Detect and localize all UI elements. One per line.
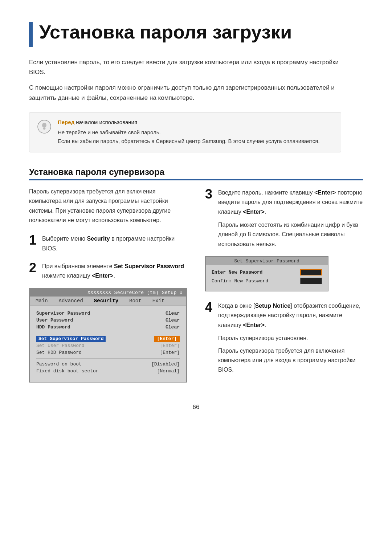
step-2-text: При выбранном элементе Set Supervisor Pa… xyxy=(42,261,187,281)
page-title: Установка пароля загрузки xyxy=(39,22,292,42)
left-column: Пароль супервизора требуется для включен… xyxy=(29,187,187,386)
bios-row-fixed-disk: Fixed disk boot sector[Normal] xyxy=(36,368,180,374)
title-accent-bar xyxy=(29,22,33,47)
bios-title-bar: XXXXXXXX SecureCore (tm) Setup U xyxy=(30,289,186,297)
step-2: 2 При выбранном элементе Set Supervisor … xyxy=(29,261,187,281)
bios-row-supervisor-pw: Supervisor PasswordClear xyxy=(36,311,180,316)
step-1-text: Выберите меню Security в программе настр… xyxy=(42,233,187,253)
svp-dialog-body: Enter New Password Confirm New Password xyxy=(206,265,328,291)
bios-menu-main: Main xyxy=(36,298,48,304)
step-2-number: 2 xyxy=(29,261,42,275)
two-col-layout: Пароль супервизора требуется для включен… xyxy=(29,187,363,386)
bios-menu-boot: Boot xyxy=(129,298,142,304)
lightbulb-icon xyxy=(37,120,51,134)
svg-point-1 xyxy=(42,123,46,128)
svp-confirm-new-field xyxy=(300,278,322,284)
step-4-text: Когда в окне [Setup Notice] отобразится … xyxy=(218,300,363,375)
bios-row-user-pw: User PasswordClear xyxy=(36,318,180,323)
bios-row-set-supervisor: Set Supervisor Password[Enter] xyxy=(36,336,180,342)
bios-menu-security: Security xyxy=(94,298,118,304)
bios-row-hdd-pw: HDD PasswordClear xyxy=(36,324,180,330)
step-4: 4 Когда в окне [Setup Notice] отобразитс… xyxy=(205,300,363,375)
step-4-number: 4 xyxy=(205,300,218,315)
svg-rect-2 xyxy=(43,128,46,129)
bios-row-set-user: Set User Password[Enter] xyxy=(36,343,180,348)
notice-box: Перед началом использования Не теряйте и… xyxy=(29,112,341,152)
svp-dialog: Set Supervisor Password Enter New Passwo… xyxy=(205,256,328,291)
bios-menu-exit: Exit xyxy=(152,298,165,304)
bios-body: Supervisor PasswordClear User PasswordCl… xyxy=(30,306,186,382)
page-number: 66 xyxy=(29,404,363,411)
bios-menu-advanced: Advanced xyxy=(59,298,83,304)
bios-row-set-hdd: Set HDD Password[Enter] xyxy=(36,350,180,355)
right-column: 3 Введите пароль, нажмите клавишу <Enter… xyxy=(205,187,363,386)
bios-row-pw-on-boot: Password on boot[Disabled] xyxy=(36,361,180,367)
bios-menu-bar: Main Advanced Security Boot Exit xyxy=(30,297,186,306)
intro-para2: С помощью настройки пароля можно огранич… xyxy=(29,83,348,102)
step-3: 3 Введите пароль, нажмите клавишу <Enter… xyxy=(205,187,363,249)
section-title: Установка пароля супервизора xyxy=(29,167,363,180)
svp-dialog-title: Set Supervisor Password xyxy=(206,257,328,265)
svp-row-confirm-new: Confirm New Password xyxy=(212,278,322,284)
step-3-number: 3 xyxy=(205,187,218,201)
step-3-text: Введите пароль, нажмите клавишу <Enter> … xyxy=(218,187,363,249)
page-title-section: Установка пароля загрузки xyxy=(29,22,363,47)
step-1-number: 1 xyxy=(29,233,42,248)
step-1: 1 Выберите меню Security в программе нас… xyxy=(29,233,187,253)
svp-enter-new-field xyxy=(300,269,322,275)
notice-body: Не теряйте и не забывайте свой пароль. Е… xyxy=(58,128,320,146)
notice-title: Перед началом использования xyxy=(58,119,320,125)
svg-rect-3 xyxy=(44,129,45,130)
svp-row-enter-new: Enter New Password xyxy=(212,269,322,275)
intro-para1: Если установлен пароль, то его следует в… xyxy=(29,57,348,77)
section-desc: Пароль супервизора требуется для включен… xyxy=(29,187,187,225)
bios-screenshot: XXXXXXXX SecureCore (tm) Setup U Main Ad… xyxy=(29,288,187,383)
notice-content: Перед началом использования Не теряйте и… xyxy=(58,119,320,146)
